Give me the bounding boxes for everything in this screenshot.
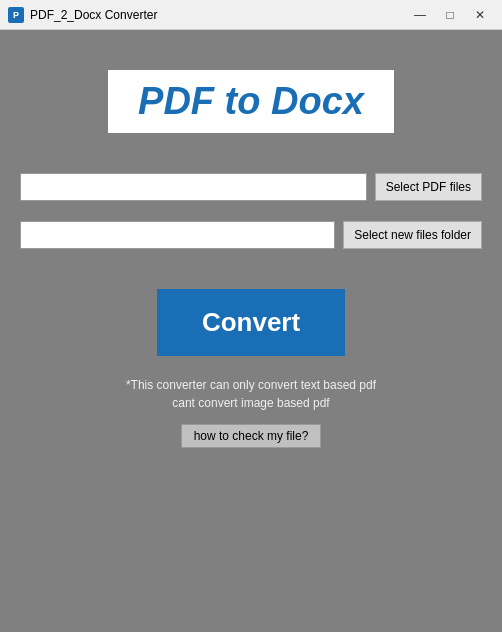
- app-title: PDF to Docx: [138, 80, 364, 122]
- main-content: PDF to Docx Select PDF files Select new …: [0, 30, 502, 632]
- pdf-file-input[interactable]: [20, 173, 367, 201]
- info-line-2: cant convert image based pdf: [126, 394, 376, 412]
- minimize-button[interactable]: —: [406, 4, 434, 26]
- title-bar-text: PDF_2_Docx Converter: [30, 8, 406, 22]
- select-pdf-button[interactable]: Select PDF files: [375, 173, 482, 201]
- app-icon: P: [8, 7, 24, 23]
- app-title-container: PDF to Docx: [108, 70, 394, 133]
- info-line-1: *This converter can only convert text ba…: [126, 376, 376, 394]
- how-to-button[interactable]: how to check my file?: [181, 424, 322, 448]
- folder-path-input[interactable]: [20, 221, 335, 249]
- convert-button[interactable]: Convert: [157, 289, 345, 356]
- info-text-container: *This converter can only convert text ba…: [126, 376, 376, 412]
- folder-input-row: Select new files folder: [20, 221, 482, 249]
- pdf-input-row: Select PDF files: [20, 173, 482, 201]
- close-button[interactable]: ✕: [466, 4, 494, 26]
- title-bar: P PDF_2_Docx Converter — □ ✕: [0, 0, 502, 30]
- app-window: P PDF_2_Docx Converter — □ ✕ PDF to Docx…: [0, 0, 502, 632]
- select-folder-button[interactable]: Select new files folder: [343, 221, 482, 249]
- maximize-button[interactable]: □: [436, 4, 464, 26]
- title-bar-controls: — □ ✕: [406, 4, 494, 26]
